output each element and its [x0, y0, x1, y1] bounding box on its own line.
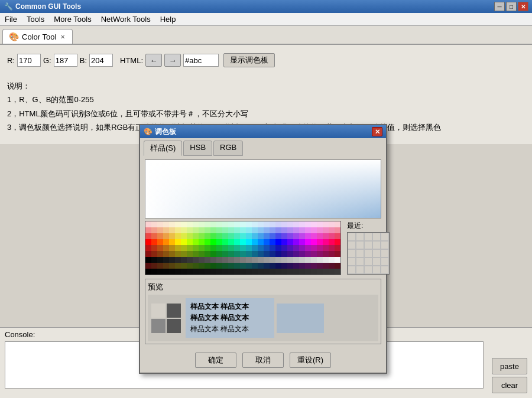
recent-cell[interactable]: [364, 233, 372, 241]
recent-section: 最近:: [347, 221, 390, 275]
recent-cell[interactable]: [364, 249, 372, 257]
info-line-2: 2，HTML颜色码可识别3位或6位，且可带或不带井号＃，不区分大小写: [7, 107, 525, 120]
left-arrow-button[interactable]: ←: [145, 54, 162, 67]
menu-file[interactable]: File: [0, 14, 22, 25]
minimize-button[interactable]: ─: [494, 2, 505, 11]
info-line-1: 1，R、G、B的范围0-255: [7, 93, 525, 106]
recent-cell[interactable]: [372, 249, 381, 257]
right-arrow-button[interactable]: →: [164, 54, 181, 67]
recent-cell[interactable]: [364, 241, 372, 249]
recent-cell[interactable]: [348, 241, 356, 249]
app-title: Common GUI Tools: [15, 2, 494, 11]
show-palette-button[interactable]: 显示调色板: [223, 53, 275, 67]
preview-text-2: 样品文本 样品文本: [190, 313, 270, 323]
recent-cell[interactable]: [364, 266, 372, 274]
menu-bar: File Tools More Tools NetWork Tools Help: [0, 13, 532, 26]
preview-color-box: [277, 304, 324, 333]
paste-button[interactable]: paste: [492, 358, 527, 374]
menu-help[interactable]: Help: [155, 14, 181, 25]
g-input[interactable]: [54, 54, 77, 67]
gradient-inner: [145, 160, 381, 218]
reset-button[interactable]: 重设(R): [290, 353, 331, 368]
cancel-button[interactable]: 取消: [242, 353, 284, 368]
window-controls: ─ □ ✕: [494, 2, 528, 11]
html-label: HTML:: [120, 56, 143, 65]
tab-label: Color Tool: [22, 32, 56, 41]
recent-cell[interactable]: [348, 266, 356, 274]
menu-network-tools[interactable]: NetWork Tools: [96, 14, 155, 25]
recent-cell[interactable]: [372, 241, 381, 249]
menu-more-tools[interactable]: More Tools: [49, 14, 96, 25]
recent-cell[interactable]: [381, 249, 389, 257]
recent-cell[interactable]: [381, 266, 389, 274]
preview-sq-2: [167, 304, 181, 318]
dialog-buttons: 确定 取消 重设(R): [140, 348, 386, 373]
r-label: R:: [7, 56, 15, 65]
dialog-icon: 🎨: [144, 128, 153, 136]
recent-cell[interactable]: [364, 257, 372, 266]
recent-cell[interactable]: [372, 266, 381, 274]
r-input[interactable]: [17, 54, 41, 67]
color-palette[interactable]: [145, 221, 341, 275]
preview-area: 样品文本 样品文本 样品文本 样品文本 样品文本 样品文本: [148, 295, 378, 341]
dialog-tab-hsb[interactable]: HSB: [183, 141, 212, 156]
preview-sq-3: [151, 319, 166, 333]
recent-cell[interactable]: [356, 233, 364, 241]
dialog-title: 调色板: [155, 127, 372, 137]
recent-cell[interactable]: [356, 249, 364, 257]
console-buttons: paste clear: [492, 358, 527, 393]
recent-cell[interactable]: [372, 257, 381, 266]
recent-label: 最近:: [347, 221, 390, 231]
maximize-button[interactable]: □: [506, 2, 517, 11]
recent-cell[interactable]: [381, 233, 389, 241]
tab-icon: 🎨: [9, 32, 19, 41]
info-line-0: 说明：: [7, 79, 525, 93]
palette-section: 最近:: [145, 221, 381, 275]
recent-cell[interactable]: [348, 233, 356, 241]
close-button[interactable]: ✕: [518, 2, 528, 11]
recent-cell[interactable]: [356, 266, 364, 274]
tab-color-tool[interactable]: 🎨 Color Tool ✕: [2, 29, 73, 44]
color-dialog: 🎨 调色板 ✕ 样品(S) HSB RGB 最近:: [139, 124, 387, 374]
tab-bar: 🎨 Color Tool ✕: [0, 26, 532, 45]
dialog-close-button[interactable]: ✕: [372, 127, 382, 136]
preview-text-3: 样品文本 样品文本: [190, 324, 270, 334]
preview-text-area: 样品文本 样品文本 样品文本 样品文本 样品文本 样品文本: [186, 298, 274, 338]
preview-sq-4: [167, 319, 181, 333]
tab-close-button[interactable]: ✕: [59, 34, 66, 40]
dialog-tab-samples[interactable]: 样品(S): [144, 141, 182, 156]
app-icon: 🔧: [4, 2, 13, 11]
title-bar: 🔧 Common GUI Tools ─ □ ✕: [0, 0, 532, 13]
b-label: B:: [80, 56, 87, 65]
recent-cell[interactable]: [348, 257, 356, 266]
preview-section: 预览 样品文本 样品文本 样品文本 样品文本 样品文本 样品文本: [145, 279, 381, 344]
color-gradient-area[interactable]: [145, 159, 381, 218]
recent-cell[interactable]: [356, 257, 364, 266]
preview-text-1: 样品文本 样品文本: [190, 302, 270, 312]
recent-grid: [347, 232, 390, 275]
dialog-tab-rgb[interactable]: RGB: [213, 141, 243, 156]
ok-button[interactable]: 确定: [195, 353, 236, 368]
controls-row: R: G: B: HTML: ← → 显示调色板: [7, 50, 525, 71]
recent-cell[interactable]: [348, 249, 356, 257]
menu-tools[interactable]: Tools: [22, 14, 49, 25]
dialog-title-bar: 🎨 调色板 ✕: [140, 125, 386, 138]
recent-cell[interactable]: [381, 257, 389, 266]
hex-input[interactable]: [183, 54, 219, 67]
recent-cell[interactable]: [372, 233, 381, 241]
clear-button[interactable]: clear: [492, 377, 527, 393]
dialog-tabs: 样品(S) HSB RGB: [140, 138, 386, 156]
recent-cell[interactable]: [381, 241, 389, 249]
preview-label: 预览: [148, 282, 378, 292]
b-input[interactable]: [89, 54, 113, 67]
preview-sq-1: [151, 304, 166, 318]
recent-cell[interactable]: [356, 241, 364, 249]
g-label: G:: [43, 56, 51, 65]
preview-squares: [151, 304, 181, 333]
